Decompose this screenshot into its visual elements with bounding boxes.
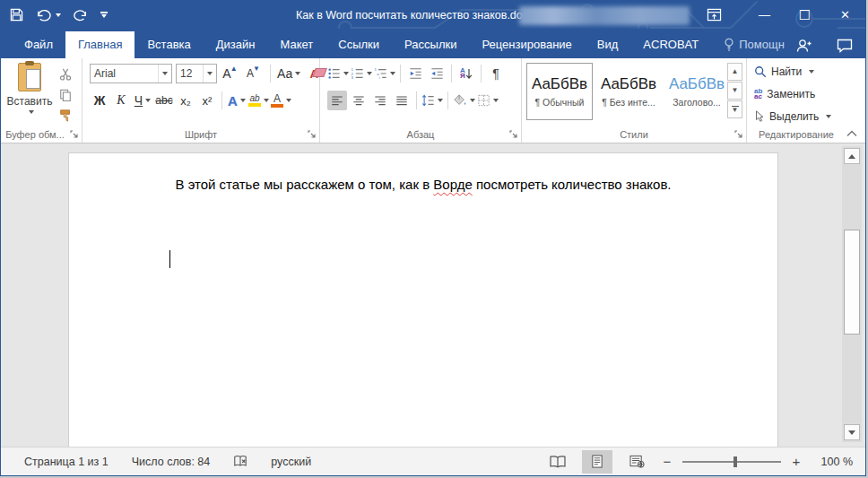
grow-font-button[interactable]: А▲ (221, 64, 240, 83)
italic-label: К (117, 93, 125, 108)
decrease-indent-button[interactable] (405, 64, 425, 83)
align-left-button[interactable] (327, 91, 347, 110)
scroll-down-button[interactable] (844, 424, 860, 440)
ribbon-display-options-button[interactable] (707, 1, 722, 29)
maximize-button[interactable]: ☐ (785, 1, 825, 29)
font-name-dropdown[interactable] (158, 65, 171, 83)
zoom-level[interactable]: 100 % (812, 456, 853, 468)
increase-indent-button[interactable] (427, 64, 447, 83)
clipboard-dialog-launcher[interactable] (70, 130, 79, 139)
vertical-scrollbar[interactable] (842, 146, 862, 442)
tab-insert[interactable]: Вставка (135, 31, 203, 58)
shading-button[interactable] (453, 91, 475, 110)
tab-review[interactable]: Рецензирование (469, 31, 584, 58)
change-case-button[interactable]: Аа (277, 64, 300, 83)
text-effects-dropdown[interactable] (240, 99, 246, 102)
line-spacing-button[interactable] (421, 91, 443, 110)
superscript-button[interactable]: х² (197, 91, 217, 110)
numbering-dropdown[interactable] (367, 72, 372, 75)
language-indicator[interactable]: русский (271, 456, 311, 468)
shading-dropdown[interactable] (470, 99, 475, 102)
find-dropdown[interactable] (809, 70, 814, 74)
copy-button[interactable] (56, 86, 74, 104)
highlight-icon: ab (248, 94, 261, 107)
bullets-button[interactable] (327, 64, 349, 83)
align-right-button[interactable] (370, 91, 390, 110)
line-spacing-dropdown[interactable] (438, 99, 443, 102)
justify-button[interactable] (392, 91, 412, 110)
cut-button[interactable] (56, 65, 74, 83)
font-color-button[interactable]: А (271, 91, 291, 110)
tab-tell-me[interactable]: Помощн (711, 31, 797, 58)
styles-scroll-up-button[interactable]: ▲ (727, 63, 742, 81)
select-button[interactable]: Выделить (754, 110, 831, 123)
strikethrough-button[interactable]: abc (154, 91, 174, 110)
zoom-out-button[interactable]: − (661, 454, 673, 469)
format-painter-button[interactable] (56, 107, 74, 125)
proofing-errors-icon[interactable] (233, 455, 247, 468)
style-normal[interactable]: АаБбВв ¶ Обычный (526, 63, 593, 120)
close-button[interactable]: ✕ (825, 1, 865, 29)
shrink-font-button[interactable]: А▼ (244, 64, 264, 83)
zoom-in-button[interactable]: + (790, 454, 803, 469)
tab-file[interactable]: Файл (12, 31, 65, 58)
font-dialog-launcher[interactable] (308, 130, 317, 139)
styles-dialog-launcher[interactable] (734, 130, 743, 139)
text-effects-button[interactable]: А (227, 91, 247, 110)
tab-mailings[interactable]: Рассылки (392, 31, 469, 58)
underline-button[interactable]: Ч (133, 91, 152, 110)
style-no-spacing-label: ¶ Без инте... (602, 97, 655, 108)
styles-more-button[interactable]: ▼ (727, 100, 742, 118)
replace-button[interactable]: abac Заменить (754, 88, 815, 100)
bold-button[interactable]: Ж (90, 91, 109, 110)
multilevel-dropdown[interactable] (390, 72, 395, 75)
tab-layout[interactable]: Макет (267, 31, 326, 58)
scroll-up-button[interactable] (844, 148, 860, 164)
collapse-ribbon-icon[interactable] (846, 130, 857, 137)
styles-scroll-down-button[interactable]: ▼ (727, 82, 742, 100)
print-layout-button[interactable] (582, 450, 612, 474)
font-size-dropdown[interactable] (203, 65, 216, 83)
select-dropdown[interactable] (826, 115, 831, 118)
minimize-button[interactable]: — (744, 1, 785, 29)
numbering-button[interactable]: 123 (351, 64, 372, 83)
page-indicator[interactable]: Страница 1 из 1 (24, 456, 108, 468)
comments-icon[interactable] (837, 39, 853, 53)
tab-acrobat[interactable]: ACROBAT (630, 31, 711, 58)
zoom-slider[interactable] (682, 461, 781, 463)
align-center-button[interactable] (349, 91, 369, 110)
paste-dropdown-arrow[interactable] (29, 110, 34, 114)
highlight-button[interactable]: ab (248, 91, 269, 110)
share-person-icon[interactable] (795, 39, 812, 53)
show-marks-button[interactable]: ¶ (486, 64, 506, 83)
paste-button[interactable]: Вставить (6, 63, 53, 124)
style-no-spacing[interactable]: АаБбВв ¶ Без инте... (595, 63, 662, 120)
sort-button[interactable]: А Я (456, 64, 476, 83)
tab-home[interactable]: Главная (65, 31, 135, 58)
highlight-dropdown[interactable] (264, 99, 269, 102)
document-page[interactable]: В этой статье мы расскажем о том, как в … (68, 152, 778, 447)
font-color-dropdown[interactable] (286, 99, 291, 102)
style-heading[interactable]: АаБбВв Заголово... (664, 63, 730, 120)
find-button[interactable]: Найти (754, 65, 814, 78)
word-count[interactable]: Число слов: 84 (132, 456, 211, 468)
tab-design[interactable]: Дизайн (204, 31, 268, 58)
sort-arrow (465, 68, 473, 80)
borders-button[interactable] (477, 91, 499, 110)
font-size-combobox[interactable]: 12 (176, 64, 217, 83)
bullets-dropdown[interactable] (343, 72, 349, 75)
font-name-combobox[interactable]: Arial (90, 64, 172, 83)
subscript-button[interactable]: х₂ (176, 91, 195, 110)
italic-button[interactable]: К (111, 91, 131, 110)
zoom-slider-thumb[interactable] (733, 456, 737, 467)
paragraph-dialog-launcher[interactable] (509, 130, 518, 139)
borders-dropdown[interactable] (493, 99, 499, 102)
multilevel-list-button[interactable]: 1ai (374, 64, 395, 83)
scissors-icon (59, 68, 72, 81)
web-layout-button[interactable] (621, 450, 652, 474)
tab-references[interactable]: Ссылки (326, 31, 392, 58)
underline-dropdown[interactable] (145, 99, 151, 102)
read-mode-button[interactable] (542, 450, 573, 474)
tab-view[interactable]: Вид (585, 31, 631, 58)
scrollbar-thumb[interactable] (844, 230, 860, 335)
